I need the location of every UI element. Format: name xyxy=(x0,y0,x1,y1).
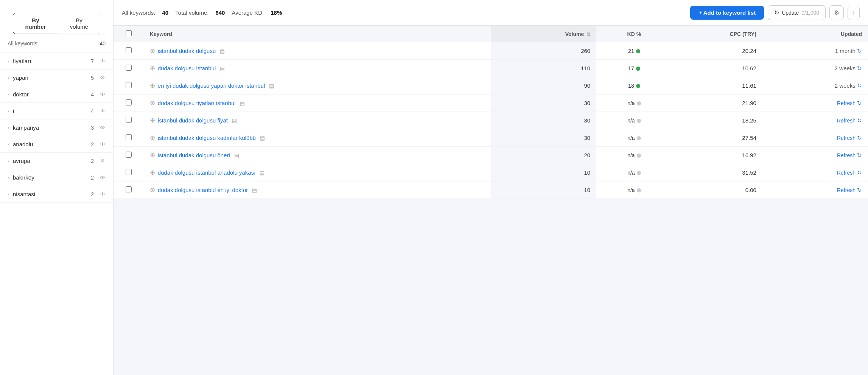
table-row: ⊕ en iyi dudak dolgusu yapan doktor ista… xyxy=(114,77,868,95)
row-checkbox[interactable] xyxy=(126,99,132,105)
chevron-icon: › xyxy=(8,142,9,147)
table-row: ⊕ dudak dolgusu fiyatları istanbul ▤ 30 … xyxy=(114,95,868,112)
keyword-link[interactable]: istanbul dudak dolgusu xyxy=(158,48,216,54)
page-icon[interactable]: ▤ xyxy=(240,100,245,106)
refresh-button[interactable]: Refresh ↻ xyxy=(837,152,862,159)
stat-all-keywords-value: 40 xyxy=(162,9,168,16)
sidebar-item-count: 2 xyxy=(91,158,94,164)
sidebar-item-fiyatları[interactable]: › fiyatları 7 👁 xyxy=(0,53,113,70)
row-checkbox[interactable] xyxy=(126,117,132,123)
row-checkbox[interactable] xyxy=(126,65,132,71)
refresh-icon[interactable]: ↻ xyxy=(857,65,862,71)
chevron-icon: › xyxy=(8,158,9,164)
eye-icon[interactable]: 👁 xyxy=(100,174,106,181)
refresh-button[interactable]: Refresh ↻ xyxy=(837,135,862,141)
export-button[interactable]: ↑ xyxy=(848,6,860,20)
main-content: All keywords: 40 Total volume: 640 Avera… xyxy=(114,0,868,375)
sidebar-item-label: nisantasi xyxy=(13,191,89,197)
page-icon[interactable]: ▤ xyxy=(220,65,225,71)
sidebar-item-label: i xyxy=(13,108,89,114)
page-icon[interactable]: ▤ xyxy=(234,152,239,158)
header-volume[interactable]: Volume ⇅ xyxy=(491,26,596,42)
keyword-link[interactable]: istanbul dudak dolgusu öneri xyxy=(158,152,230,158)
keyword-link[interactable]: dudak dolgusu istanbul xyxy=(158,65,216,71)
eye-icon[interactable]: 👁 xyxy=(100,58,106,64)
cpc-cell: 16.92 xyxy=(672,147,762,164)
volume-cell: 10 xyxy=(491,181,596,199)
plus-icon[interactable]: ⊕ xyxy=(150,82,155,90)
sidebar-item-kampanya[interactable]: › kampanya 3 👁 xyxy=(0,119,113,136)
page-icon[interactable]: ▤ xyxy=(220,48,225,54)
eye-icon[interactable]: 👁 xyxy=(100,158,106,164)
page-icon[interactable]: ▤ xyxy=(232,118,237,124)
keyword-col-label: Keyword xyxy=(150,31,172,37)
refresh-icon: ↻ xyxy=(857,152,862,159)
settings-button[interactable]: ⚙ xyxy=(829,5,844,20)
sidebar-item-doktor[interactable]: › doktor 4 👁 xyxy=(0,86,113,103)
eye-icon[interactable]: 👁 xyxy=(100,191,106,197)
update-label: Update xyxy=(782,10,799,16)
keyword-cell: ⊕ istanbul dudak dolgusu öneri ▤ xyxy=(144,147,491,164)
tab-by-number[interactable]: By number xyxy=(13,13,58,34)
row-checkbox[interactable] xyxy=(126,82,132,88)
plus-icon[interactable]: ⊕ xyxy=(150,134,155,142)
row-checkbox[interactable] xyxy=(126,169,132,175)
kd-badge: n/a xyxy=(627,118,641,124)
select-all-checkbox[interactable] xyxy=(126,30,132,36)
plus-icon[interactable]: ⊕ xyxy=(150,169,155,177)
keyword-link[interactable]: en iyi dudak dolgusu yapan doktor istanb… xyxy=(158,82,265,89)
updated-cell: 2 weeks ↻ xyxy=(762,60,868,77)
toolbar: All keywords: 40 Total volume: 640 Avera… xyxy=(114,0,868,26)
table-row: ⊕ istanbul dudak dolgusu öneri ▤ 20 n/a … xyxy=(114,147,868,164)
refresh-button[interactable]: Refresh ↻ xyxy=(837,117,862,124)
sidebar-item-anadolu[interactable]: › anadolu 2 👁 xyxy=(0,136,113,153)
refresh-icon[interactable]: ↻ xyxy=(857,82,862,89)
sidebar-item-label: avrupa xyxy=(13,158,89,164)
plus-icon[interactable]: ⊕ xyxy=(150,186,155,194)
eye-icon[interactable]: 👁 xyxy=(100,108,106,114)
plus-icon[interactable]: ⊕ xyxy=(150,64,155,72)
keyword-link[interactable]: dudak dolgusu istanbul en iyi doktor xyxy=(158,187,248,193)
kd-badge: n/a xyxy=(627,187,641,193)
chevron-icon: › xyxy=(8,192,9,197)
plus-icon[interactable]: ⊕ xyxy=(150,47,155,55)
sidebar-item-avrupa[interactable]: › avrupa 2 👁 xyxy=(0,153,113,169)
plus-icon[interactable]: ⊕ xyxy=(150,116,155,124)
keyword-link[interactable]: dudak dolgusu istanbul anadolu yakası xyxy=(158,169,256,176)
row-checkbox[interactable] xyxy=(126,186,132,192)
tab-by-volume[interactable]: By volume xyxy=(58,13,100,34)
eye-icon[interactable]: 👁 xyxy=(100,74,106,81)
page-icon[interactable]: ▤ xyxy=(260,135,265,141)
page-icon[interactable]: ▤ xyxy=(269,83,274,89)
update-button[interactable]: ↻ Update 0/1,000 xyxy=(768,5,826,20)
sidebar-item-yapan[interactable]: › yapan 5 👁 xyxy=(0,70,113,86)
chevron-icon: › xyxy=(8,108,9,114)
row-checkbox[interactable] xyxy=(126,152,132,158)
toolbar-actions: + Add to keyword list ↻ Update 0/1,000 ⚙… xyxy=(690,5,860,20)
kd-cell: n/a xyxy=(596,164,672,181)
chevron-icon: › xyxy=(8,75,9,81)
eye-icon[interactable]: 👁 xyxy=(100,91,106,98)
keyword-link[interactable]: dudak dolgusu fiyatları istanbul xyxy=(158,100,236,106)
plus-icon[interactable]: ⊕ xyxy=(150,99,155,107)
refresh-icon[interactable]: ↻ xyxy=(857,48,862,54)
row-checkbox[interactable] xyxy=(126,134,132,140)
toolbar-stats: All keywords: 40 Total volume: 640 Avera… xyxy=(122,9,683,16)
updated-cell: 2 weeks ↻ xyxy=(762,77,868,95)
page-icon[interactable]: ▤ xyxy=(252,187,257,193)
eye-icon[interactable]: 👁 xyxy=(100,124,106,131)
add-to-keyword-list-button[interactable]: + Add to keyword list xyxy=(690,6,764,20)
refresh-button[interactable]: Refresh ↻ xyxy=(837,100,862,107)
plus-icon[interactable]: ⊕ xyxy=(150,151,155,159)
row-checkbox-cell xyxy=(114,164,144,181)
sidebar-item-bakırköy[interactable]: › bakırköy 2 👁 xyxy=(0,169,113,186)
page-icon[interactable]: ▤ xyxy=(260,170,264,176)
eye-icon[interactable]: 👁 xyxy=(100,141,106,147)
refresh-button[interactable]: Refresh ↻ xyxy=(837,187,862,194)
row-checkbox[interactable] xyxy=(126,47,132,53)
sidebar-item-i[interactable]: › i 4 👁 xyxy=(0,103,113,119)
sidebar-item-nisantasi[interactable]: › nisantasi 2 👁 xyxy=(0,186,113,203)
keyword-link[interactable]: istanbul dudak dolgusu fiyat xyxy=(158,117,228,124)
refresh-button[interactable]: Refresh ↻ xyxy=(837,169,862,176)
keyword-link[interactable]: istanbul dudak dolgusu kadınlar kulübü xyxy=(158,135,256,141)
